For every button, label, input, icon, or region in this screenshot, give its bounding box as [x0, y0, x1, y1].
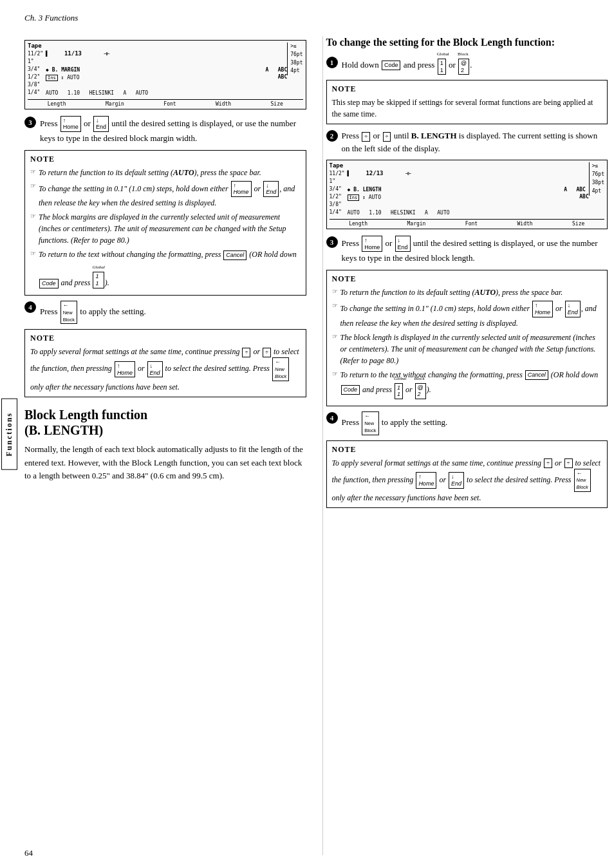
note-text-r1a: To return the function to its default se…	[340, 287, 563, 298]
key-home-r3[interactable]: ↑Home	[362, 236, 382, 252]
chapter-heading: Ch. 3 Functions	[24, 13, 608, 26]
step-3-number: 3	[24, 117, 36, 128]
note-text-4: To return to the text without changing t…	[39, 249, 301, 288]
note-title-r2: NOTE	[332, 274, 602, 284]
step-1-right-content: Hold down Code and press Global 11 or Bl…	[342, 56, 608, 75]
note-item-2: ☞ To change the setting in 0.1" (1.0 cm)…	[30, 181, 301, 209]
step-3-left: 3 Press ↑Home or ↓End until the desired …	[24, 116, 306, 145]
note-box-3-right: NOTE To apply several format settings at…	[326, 440, 608, 508]
key-up-home[interactable]: ↑Home	[60, 116, 81, 133]
step-3-right: 3 Press ↑Home or ↓End until the desired …	[326, 236, 608, 265]
note-text-normal-1: To apply several format settings at the …	[30, 346, 301, 392]
key-cancel-r[interactable]: Cancel	[525, 370, 548, 380]
note-text-r4a: To return to the text without changing t…	[340, 369, 602, 400]
note-box-1-right: NOTE This step may be skipped if setting…	[326, 80, 608, 124]
key-div2[interactable]: ÷	[263, 348, 271, 357]
key-global-r4[interactable]: 11	[395, 383, 403, 400]
step-4-right: 4 Press ←NewBlock to apply the setting.	[326, 411, 608, 435]
note-text-r1: This step may be skipped if settings for…	[332, 97, 602, 120]
note-title-r1: NOTE	[332, 84, 602, 94]
key-code-r1[interactable]: Code	[382, 61, 401, 70]
step-2-right-content: Press ÷ or ÷ until B. LENGTH is displaye…	[342, 129, 608, 155]
left-column: Tape 11/2" 1" 3/4" 1/2" 3/8" 1/4"	[24, 36, 310, 855]
key-global-r1[interactable]: 11	[438, 59, 446, 75]
note-item-4: ☞ To return to the text without changing…	[30, 249, 301, 288]
key-div1[interactable]: ÷	[242, 348, 250, 357]
note-item-3: ☞ The block margins are displayed in the…	[30, 211, 301, 246]
key-cancel[interactable]: Cancel	[223, 250, 247, 260]
key-end-r3[interactable]: ↓End	[395, 236, 411, 252]
note-item-r3: ☞ The block length is displayed in the c…	[332, 332, 602, 366]
note-bullet-r4: ☞	[332, 370, 338, 377]
note-item-r1: ☞ To return the function to its default …	[332, 287, 602, 298]
step-1-right-number: 1	[326, 57, 338, 68]
key-new-block-r4[interactable]: ←NewBlock	[362, 411, 378, 435]
note-item-r2: ☞ To change the setting in 0.1" (1.0 cm)…	[332, 301, 602, 329]
side-tab-label: Functions	[1, 399, 17, 470]
step-2-right: 2 Press ÷ or ÷ until B. LENGTH is displa…	[326, 129, 608, 155]
note-item-r4: ☞ To return to the text without changing…	[332, 369, 602, 400]
key-div-r2[interactable]: ÷	[564, 458, 573, 468]
note-box-1-left: NOTE ☞ To return the function to its def…	[24, 150, 306, 296]
note-bullet-2: ☞	[30, 182, 36, 189]
page-number: 64	[24, 848, 33, 858]
key-down-r2[interactable]: ÷	[383, 132, 391, 142]
side-tab: Functions	[0, 0, 18, 868]
step-1-right: 1 Hold down Code and press Global 11 or …	[326, 56, 608, 75]
note-item-1: ☞ To return the function to its default …	[30, 167, 301, 178]
note-bullet-r1: ☞	[332, 288, 338, 295]
note-text-1: To return the function to its default se…	[39, 167, 261, 178]
note-text-r2a: To change the setting in 0.1" (1.0 cm) s…	[340, 301, 602, 329]
step-2-right-number: 2	[326, 130, 338, 142]
key-new-block[interactable]: ←NewBlock	[60, 301, 77, 324]
note-bullet-3: ☞	[30, 212, 36, 220]
step-3-content: Press ↑Home or ↓End until the desired se…	[40, 116, 306, 145]
key-block-r4[interactable]: @2	[415, 383, 426, 400]
note-title-r3: NOTE	[332, 445, 602, 455]
step-4-right-content: Press ←NewBlock to apply the setting.	[342, 411, 608, 435]
key-home-n2[interactable]: ↑Home	[115, 361, 135, 378]
step-3-right-number: 3	[326, 236, 338, 248]
note-text-r3a: The block length is displayed in the cur…	[340, 332, 602, 366]
key-up-r2[interactable]: ÷	[362, 132, 370, 142]
key-global-1[interactable]: 11	[93, 272, 104, 288]
step-4-right-number: 4	[326, 412, 338, 424]
step-4-content: Press ←NewBlock to apply the setting.	[40, 301, 306, 324]
key-end-n2[interactable]: ↓End	[147, 361, 163, 378]
note-title-1: NOTE	[30, 155, 301, 164]
note-text-r3b: To apply several format settings at the …	[332, 457, 602, 504]
note-bullet-1: ☞	[30, 168, 36, 175]
step-4-number: 4	[24, 301, 36, 313]
key-down-end[interactable]: ↓End	[93, 116, 109, 133]
key-code-r4[interactable]: Code	[341, 385, 360, 395]
display-screen-2: Tape 11/2" 1" 3/4" 1/2" 3/8" 1/4"	[326, 160, 608, 229]
note-text-2: To change the setting in 0.1" (1.0 cm) s…	[39, 181, 301, 209]
block-length-heading: Block Length function(B. LENGTH)	[24, 407, 306, 438]
block-length-body: Normally, the length of each text block …	[24, 443, 306, 483]
key-newblock-rn3[interactable]: ←NewBlock	[574, 469, 591, 492]
step-4-left: 4 Press ←NewBlock to apply the setting.	[24, 301, 306, 324]
display-screen-1: Tape 11/2" 1" 3/4" 1/2" 3/8" 1/4"	[24, 40, 306, 109]
step-3-right-content: Press ↑Home or ↓End until the desired se…	[342, 236, 608, 265]
right-heading: To change the setting for the Block Leng…	[326, 36, 608, 50]
key-newblock-n2[interactable]: ←NewBlock	[272, 357, 289, 381]
key-div-r1[interactable]: ÷	[544, 458, 552, 468]
key-home-2[interactable]: ↑Home	[231, 181, 252, 198]
key-block-r1[interactable]: @2	[458, 59, 469, 75]
key-end-2[interactable]: ↓End	[263, 181, 279, 198]
note-bullet-r2: ☞	[332, 302, 338, 309]
key-code[interactable]: Code	[39, 279, 59, 288]
note-box-2-left: NOTE To apply several format settings at…	[24, 329, 306, 397]
note-box-2-right: NOTE ☞ To return the function to its def…	[326, 270, 608, 406]
note-bullet-4: ☞	[30, 250, 36, 257]
key-home-rn3[interactable]: ↑Home	[416, 472, 436, 489]
right-column: To change the setting for the Block Leng…	[322, 36, 608, 855]
key-home-rn2[interactable]: ↑Home	[532, 301, 553, 317]
key-end-rn3[interactable]: ↓End	[449, 472, 464, 489]
note-title-2: NOTE	[30, 334, 301, 343]
key-end-rn2[interactable]: ↓End	[565, 301, 581, 317]
note-bullet-r3: ☞	[332, 333, 338, 340]
note-text-3: The block margins are displayed in the c…	[39, 211, 301, 246]
